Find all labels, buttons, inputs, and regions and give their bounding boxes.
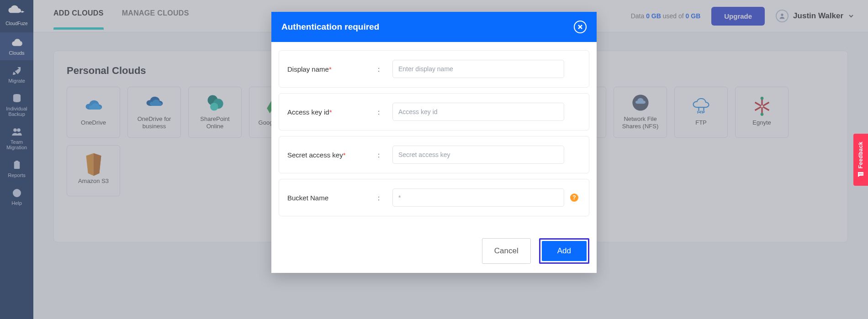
bucket-help-icon[interactable]: ? (570, 193, 578, 202)
field-bucket-name: Bucket Name : ? (279, 179, 589, 216)
modal-footer: Cancel Add (271, 228, 597, 273)
access-key-input[interactable] (392, 103, 564, 121)
feedback-tab[interactable]: Feedback (853, 134, 868, 186)
add-button[interactable]: Add (542, 241, 587, 261)
svg-point-18 (860, 173, 861, 174)
field-display-name: Display name* : (279, 50, 589, 88)
modal-title: Authentication required (281, 22, 379, 32)
field-label: Bucket Name (287, 194, 374, 202)
svg-point-19 (862, 173, 863, 174)
auth-modal: Authentication required Display name* : … (271, 12, 597, 273)
field-secret-key: Secret access key* : (279, 136, 589, 173)
svg-point-17 (859, 173, 860, 174)
chat-icon (857, 171, 864, 178)
field-label: Access key id* (287, 108, 374, 116)
close-icon (577, 24, 583, 30)
feedback-label: Feedback (857, 141, 864, 168)
modal-body: Display name* : Access key id* : Secret … (271, 42, 597, 228)
modal-header: Authentication required (271, 12, 597, 42)
modal-close-button[interactable] (574, 21, 587, 33)
add-button-highlight: Add (539, 238, 589, 264)
display-name-input[interactable] (392, 60, 564, 78)
bucket-name-input[interactable] (392, 188, 564, 207)
secret-key-input[interactable] (392, 146, 564, 164)
field-access-key: Access key id* : (279, 93, 589, 131)
field-label: Secret access key* (287, 151, 374, 159)
cancel-button[interactable]: Cancel (482, 238, 531, 264)
field-label: Display name* (287, 65, 374, 73)
